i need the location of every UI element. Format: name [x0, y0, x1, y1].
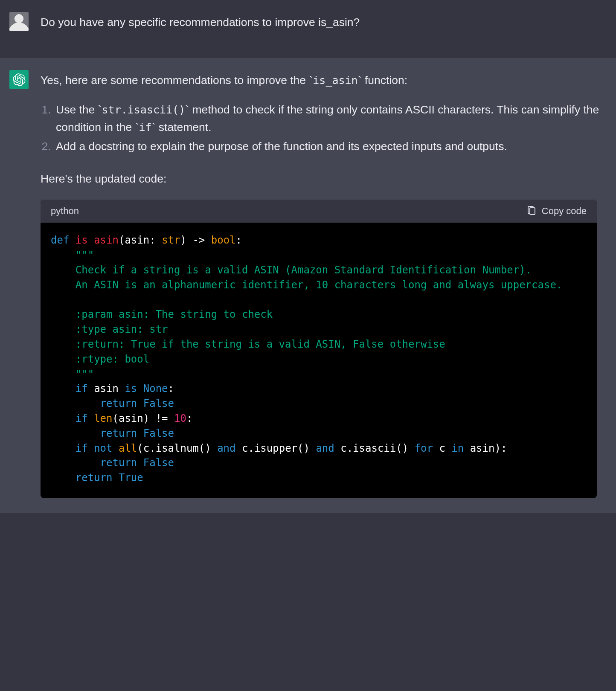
inline-code-isascii: str.isascii() [102, 104, 186, 116]
code-pre: def is_asin(asin: str) -> bool: """ Chec… [41, 223, 597, 498]
list-item: Use the `str.isascii()` method to check … [54, 101, 604, 136]
after-list-text: Here's the updated code: [41, 170, 604, 188]
assistant-content: Yes, here are some recommendations to im… [41, 70, 606, 498]
recommendation-list: Use the `str.isascii()` method to check … [41, 101, 604, 155]
clipboard-icon [526, 206, 537, 216]
inline-code-is-asin: is_asin [313, 74, 357, 87]
inline-code-if: if [139, 121, 151, 134]
code-lang-label: python [51, 206, 79, 217]
intro-text-pre: Yes, here are some recommendations to im… [41, 74, 309, 87]
user-message: Do you have any specific recommendations… [0, 0, 616, 58]
code-header: python Copy code [41, 200, 597, 223]
copy-code-button[interactable]: Copy code [526, 206, 587, 217]
code-body[interactable]: def is_asin(asin: str) -> bool: """ Chec… [41, 223, 597, 498]
user-avatar [9, 12, 29, 31]
openai-icon [13, 73, 26, 86]
assistant-message: Yes, here are some recommendations to im… [0, 58, 616, 513]
assistant-intro: Yes, here are some recommendations to im… [41, 72, 604, 89]
intro-text-post: function: [361, 74, 407, 87]
assistant-avatar [9, 70, 29, 89]
user-text: Do you have any specific recommendations… [41, 14, 604, 31]
user-content: Do you have any specific recommendations… [41, 12, 606, 43]
copy-code-label: Copy code [542, 206, 587, 217]
list-item: Add a docstring to explain the purpose o… [54, 138, 604, 155]
code-block: python Copy code def is_asin(asin: str) … [41, 200, 597, 498]
svg-rect-0 [530, 208, 535, 215]
